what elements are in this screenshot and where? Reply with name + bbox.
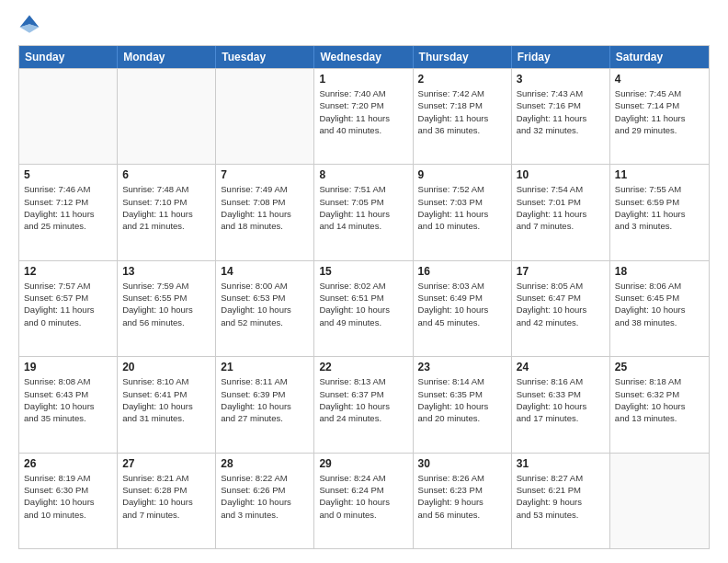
day-number: 24 — [517, 361, 605, 373]
header — [18, 14, 710, 36]
day-number: 8 — [319, 168, 407, 181]
day-info: Sunrise: 8:24 AM Sunset: 6:24 PM Dayligh… — [319, 472, 407, 521]
day-info: Sunrise: 8:13 AM Sunset: 6:37 PM Dayligh… — [319, 375, 407, 424]
day-number: 5 — [24, 168, 112, 181]
calendar-cell — [216, 69, 314, 164]
day-number: 22 — [319, 361, 407, 373]
day-info: Sunrise: 8:11 AM Sunset: 6:39 PM Dayligh… — [221, 375, 309, 424]
calendar-cell: 31Sunrise: 8:27 AM Sunset: 6:21 PM Dayli… — [512, 454, 610, 548]
day-number: 10 — [517, 168, 605, 181]
day-info: Sunrise: 8:10 AM Sunset: 6:41 PM Dayligh… — [122, 375, 210, 424]
day-number: 14 — [221, 265, 309, 278]
day-info: Sunrise: 8:05 AM Sunset: 6:47 PM Dayligh… — [517, 280, 605, 328]
day-info: Sunrise: 8:08 AM Sunset: 6:43 PM Dayligh… — [24, 375, 112, 424]
day-number: 15 — [319, 265, 407, 278]
day-info: Sunrise: 7:46 AM Sunset: 7:12 PM Dayligh… — [24, 183, 112, 232]
day-info: Sunrise: 7:55 AM Sunset: 6:59 PM Dayligh… — [615, 183, 704, 232]
day-info: Sunrise: 8:06 AM Sunset: 6:45 PM Dayligh… — [615, 280, 704, 328]
day-info: Sunrise: 7:54 AM Sunset: 7:01 PM Dayligh… — [517, 183, 605, 232]
day-info: Sunrise: 8:14 AM Sunset: 6:35 PM Dayligh… — [418, 375, 506, 424]
calendar-header-cell: Saturday — [610, 46, 709, 68]
calendar-cell — [610, 454, 709, 548]
day-info: Sunrise: 7:45 AM Sunset: 7:14 PM Dayligh… — [615, 87, 704, 136]
day-number: 17 — [517, 265, 605, 278]
day-number: 30 — [418, 457, 506, 470]
calendar-header-cell: Friday — [512, 46, 610, 68]
calendar-cell: 22Sunrise: 8:13 AM Sunset: 6:37 PM Dayli… — [314, 357, 413, 452]
day-info: Sunrise: 7:52 AM Sunset: 7:03 PM Dayligh… — [418, 183, 506, 232]
calendar-cell: 23Sunrise: 8:14 AM Sunset: 6:35 PM Dayli… — [414, 357, 512, 452]
day-info: Sunrise: 7:51 AM Sunset: 7:05 PM Dayligh… — [319, 183, 407, 232]
day-number: 25 — [615, 361, 704, 373]
day-number: 3 — [517, 73, 605, 86]
day-number: 1 — [319, 73, 407, 86]
day-info: Sunrise: 8:16 AM Sunset: 6:33 PM Dayligh… — [517, 375, 605, 424]
calendar-cell: 25Sunrise: 8:18 AM Sunset: 6:32 PM Dayli… — [610, 357, 709, 452]
day-number: 13 — [122, 265, 210, 278]
calendar-cell: 19Sunrise: 8:08 AM Sunset: 6:43 PM Dayli… — [19, 357, 118, 452]
day-info: Sunrise: 7:40 AM Sunset: 7:20 PM Dayligh… — [319, 87, 407, 136]
calendar-cell: 16Sunrise: 8:03 AM Sunset: 6:49 PM Dayli… — [414, 261, 512, 356]
calendar-cell: 14Sunrise: 8:00 AM Sunset: 6:53 PM Dayli… — [216, 261, 314, 356]
calendar-cell: 3Sunrise: 7:43 AM Sunset: 7:16 PM Daylig… — [512, 69, 610, 164]
day-number: 21 — [221, 361, 309, 373]
calendar-cell: 17Sunrise: 8:05 AM Sunset: 6:47 PM Dayli… — [512, 261, 610, 356]
day-number: 6 — [122, 168, 210, 181]
day-number: 23 — [418, 361, 506, 373]
calendar-header-cell: Thursday — [414, 46, 512, 68]
calendar-cell: 13Sunrise: 7:59 AM Sunset: 6:55 PM Dayli… — [118, 261, 216, 356]
day-info: Sunrise: 8:00 AM Sunset: 6:53 PM Dayligh… — [221, 280, 309, 328]
day-info: Sunrise: 8:19 AM Sunset: 6:30 PM Dayligh… — [24, 472, 112, 521]
day-number: 11 — [615, 168, 704, 181]
calendar-cell: 26Sunrise: 8:19 AM Sunset: 6:30 PM Dayli… — [19, 454, 118, 548]
day-number: 12 — [24, 265, 112, 278]
day-info: Sunrise: 8:03 AM Sunset: 6:49 PM Dayligh… — [418, 280, 506, 328]
calendar-header-cell: Tuesday — [216, 46, 314, 68]
calendar-row: 26Sunrise: 8:19 AM Sunset: 6:30 PM Dayli… — [19, 453, 709, 548]
day-number: 29 — [319, 457, 407, 470]
day-number: 9 — [418, 168, 506, 181]
calendar-cell: 30Sunrise: 8:26 AM Sunset: 6:23 PM Dayli… — [414, 454, 512, 548]
calendar-cell: 18Sunrise: 8:06 AM Sunset: 6:45 PM Dayli… — [610, 261, 709, 356]
day-number: 20 — [122, 361, 210, 373]
day-info: Sunrise: 8:27 AM Sunset: 6:21 PM Dayligh… — [517, 472, 605, 521]
calendar-row: 12Sunrise: 7:57 AM Sunset: 6:57 PM Dayli… — [19, 260, 709, 356]
calendar-header-row: SundayMondayTuesdayWednesdayThursdayFrid… — [19, 46, 709, 68]
logo-icon — [18, 14, 40, 36]
calendar-cell: 21Sunrise: 8:11 AM Sunset: 6:39 PM Dayli… — [216, 357, 314, 452]
day-info: Sunrise: 8:21 AM Sunset: 6:28 PM Dayligh… — [122, 472, 210, 521]
calendar-header-cell: Sunday — [19, 46, 118, 68]
day-info: Sunrise: 7:42 AM Sunset: 7:18 PM Dayligh… — [418, 87, 506, 136]
calendar-cell: 12Sunrise: 7:57 AM Sunset: 6:57 PM Dayli… — [19, 261, 118, 356]
calendar-cell: 8Sunrise: 7:51 AM Sunset: 7:05 PM Daylig… — [314, 165, 413, 259]
calendar-cell — [19, 69, 118, 164]
calendar-body: 1Sunrise: 7:40 AM Sunset: 7:20 PM Daylig… — [19, 68, 709, 548]
day-number: 27 — [122, 457, 210, 470]
day-number: 4 — [615, 73, 704, 86]
day-number: 18 — [615, 265, 704, 278]
calendar-cell: 29Sunrise: 8:24 AM Sunset: 6:24 PM Dayli… — [314, 454, 413, 548]
calendar-cell — [118, 69, 216, 164]
day-number: 28 — [221, 457, 309, 470]
day-info: Sunrise: 7:57 AM Sunset: 6:57 PM Dayligh… — [24, 280, 112, 328]
calendar: SundayMondayTuesdayWednesdayThursdayFrid… — [18, 45, 710, 549]
calendar-row: 19Sunrise: 8:08 AM Sunset: 6:43 PM Dayli… — [19, 356, 709, 452]
calendar-cell: 7Sunrise: 7:49 AM Sunset: 7:08 PM Daylig… — [216, 165, 314, 259]
day-info: Sunrise: 7:48 AM Sunset: 7:10 PM Dayligh… — [122, 183, 210, 232]
day-info: Sunrise: 7:59 AM Sunset: 6:55 PM Dayligh… — [122, 280, 210, 328]
day-info: Sunrise: 8:26 AM Sunset: 6:23 PM Dayligh… — [418, 472, 506, 521]
logo — [18, 14, 44, 36]
calendar-cell: 10Sunrise: 7:54 AM Sunset: 7:01 PM Dayli… — [512, 165, 610, 259]
calendar-row: 5Sunrise: 7:46 AM Sunset: 7:12 PM Daylig… — [19, 164, 709, 259]
calendar-cell: 27Sunrise: 8:21 AM Sunset: 6:28 PM Dayli… — [118, 454, 216, 548]
calendar-header-cell: Monday — [118, 46, 216, 68]
calendar-cell: 4Sunrise: 7:45 AM Sunset: 7:14 PM Daylig… — [610, 69, 709, 164]
calendar-cell: 28Sunrise: 8:22 AM Sunset: 6:26 PM Dayli… — [216, 454, 314, 548]
day-info: Sunrise: 8:18 AM Sunset: 6:32 PM Dayligh… — [615, 375, 704, 424]
day-number: 2 — [418, 73, 506, 86]
calendar-cell: 1Sunrise: 7:40 AM Sunset: 7:20 PM Daylig… — [314, 69, 413, 164]
day-number: 26 — [24, 457, 112, 470]
day-info: Sunrise: 7:49 AM Sunset: 7:08 PM Dayligh… — [221, 183, 309, 232]
calendar-cell: 24Sunrise: 8:16 AM Sunset: 6:33 PM Dayli… — [512, 357, 610, 452]
day-info: Sunrise: 8:22 AM Sunset: 6:26 PM Dayligh… — [221, 472, 309, 521]
